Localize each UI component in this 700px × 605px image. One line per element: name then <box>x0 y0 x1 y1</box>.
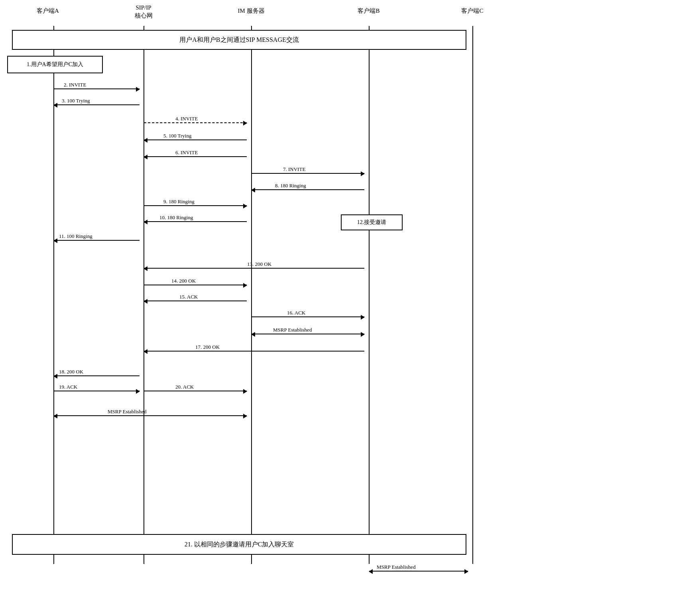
arrow-18-ok <box>54 375 140 376</box>
label-6-invite: 6. INVITE <box>175 149 198 156</box>
label-4-invite: 4. INVITE <box>175 116 198 122</box>
top-message-box: 用户A和用户B之间通过SIP MESSAGE交流 <box>12 30 466 50</box>
sequence-diagram: 客户端A SIP/IP核心网 IM 服务器 客户端B 客户端C 用户A和用户B之… <box>0 0 700 605</box>
arrow-15-ack <box>144 301 247 301</box>
entity-label-C: 客户端C <box>446 7 498 15</box>
arrow-4-invite <box>144 122 247 123</box>
note-accept-invite: 12.接受邀请 <box>341 214 403 230</box>
arrow-7-invite <box>252 173 364 174</box>
lifeline-C <box>472 26 473 564</box>
label-20-ack: 20. ACK <box>175 384 194 390</box>
arrow-6-invite <box>144 156 247 157</box>
arrow-14-ok <box>144 285 247 285</box>
label-11-ringing: 11. 100 Ringing <box>59 233 92 240</box>
arrow-17-ok <box>144 351 364 352</box>
entity-label-B: 客户端B <box>343 7 395 15</box>
arrow-5-trying <box>144 139 247 140</box>
arrow-3-trying <box>54 104 140 105</box>
lifeline-IM <box>251 26 252 564</box>
label-16-ack: 16. ACK <box>287 310 305 316</box>
label-8-ringing: 8. 180 Ringing <box>275 183 306 189</box>
arrow-msrp-im-b <box>252 334 364 334</box>
arrow-8-ringing <box>252 189 364 190</box>
label-10-ringing: 10. 180 Ringing <box>159 214 193 221</box>
arrow-13-ok <box>144 268 364 269</box>
arrow-16-ack <box>252 316 364 317</box>
label-5-trying: 5. 100 Trying <box>163 133 191 139</box>
note-user-a-invite-c: 1.用户A希望用户C加入 <box>7 56 103 73</box>
label-msrp-a-im: MSRP Established <box>108 409 146 415</box>
label-msrp-b-c: MSRP Established <box>377 564 415 570</box>
arrow-2-invite <box>54 88 140 89</box>
entity-label-A: 客户端A <box>24 7 72 15</box>
arrow-20-ack <box>144 391 247 391</box>
arrow-19-ack <box>54 391 140 391</box>
label-13-ok: 13. 200 OK <box>247 261 271 267</box>
entity-label-IM: IM 服务器 <box>225 7 277 15</box>
label-18-ok: 18. 200 OK <box>59 369 83 375</box>
arrow-10-ringing <box>144 221 247 222</box>
label-7-invite: 7. INVITE <box>283 166 305 173</box>
bottom-message-box: 21. 以相同的步骤邀请用户C加入聊天室 <box>12 534 466 555</box>
arrow-msrp-a-im <box>54 415 247 416</box>
label-msrp-im-b: MSRP Established <box>273 327 312 333</box>
arrow-msrp-b-c <box>369 571 468 572</box>
label-9-ringing: 9. 180 Ringing <box>163 198 195 205</box>
label-15-ack: 15. ACK <box>179 294 198 300</box>
label-2-invite: 2. INVITE <box>64 82 86 88</box>
label-19-ack: 19. ACK <box>59 384 77 390</box>
label-3-trying: 3. 100 Trying <box>62 98 90 104</box>
entity-label-SIP: SIP/IP核心网 <box>118 4 169 20</box>
label-14-ok: 14. 200 OK <box>171 278 196 284</box>
arrow-11-ringing <box>54 240 140 241</box>
lifeline-SIP <box>144 26 144 564</box>
arrow-9-ringing <box>144 205 247 206</box>
label-17-ok: 17. 200 OK <box>195 344 220 350</box>
lifeline-B <box>369 26 370 564</box>
